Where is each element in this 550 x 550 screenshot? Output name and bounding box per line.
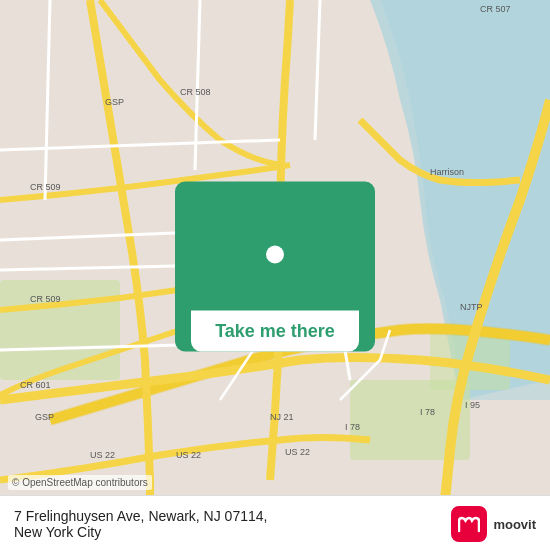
svg-text:CR 509: CR 509	[30, 182, 61, 192]
attribution-text: © OpenStreetMap contributors	[12, 477, 148, 488]
destination-card: Take me there	[175, 182, 375, 352]
map-container: CR 509 CR 509 CR 508 CR 507 Harrison CR …	[0, 0, 550, 550]
cta-button-label[interactable]: Take me there	[215, 321, 335, 341]
svg-text:I 78: I 78	[420, 407, 435, 417]
svg-text:I 95: I 95	[465, 400, 480, 410]
address-line: 7 Frelinghuysen Ave, Newark, NJ 07114,	[14, 508, 267, 524]
svg-text:GSP: GSP	[105, 97, 124, 107]
city-line: New York City	[14, 524, 267, 540]
svg-text:US 22: US 22	[176, 450, 201, 460]
moovit-text: moovit	[493, 517, 536, 532]
svg-text:NJTP: NJTP	[460, 302, 483, 312]
address-block: 7 Frelinghuysen Ave, Newark, NJ 07114, N…	[14, 508, 267, 540]
cta-button-area[interactable]: Take me there	[191, 311, 359, 352]
svg-text:CR 509: CR 509	[30, 294, 61, 304]
info-bar: 7 Frelinghuysen Ave, Newark, NJ 07114, N…	[0, 495, 550, 550]
map-attribution: © OpenStreetMap contributors	[8, 475, 152, 490]
pin-inner-dot	[266, 245, 284, 263]
svg-text:CR 601: CR 601	[20, 380, 51, 390]
svg-text:I 78: I 78	[345, 422, 360, 432]
location-pin	[242, 221, 307, 286]
svg-text:US 22: US 22	[285, 447, 310, 457]
svg-text:GSP: GSP	[35, 412, 54, 422]
svg-text:CR 508: CR 508	[180, 87, 211, 97]
pin-area	[252, 198, 298, 311]
svg-text:US 22: US 22	[90, 450, 115, 460]
svg-text:CR 507: CR 507	[480, 4, 511, 14]
svg-text:NJ 21: NJ 21	[270, 412, 294, 422]
svg-text:Harrison: Harrison	[430, 167, 464, 177]
moovit-icon	[451, 506, 487, 542]
moovit-logo[interactable]: moovit	[451, 506, 536, 542]
